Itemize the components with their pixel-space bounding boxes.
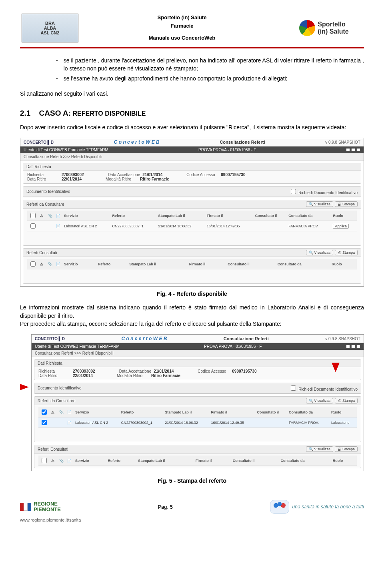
- header-title-2: Farmacie: [149, 22, 216, 30]
- dataret-label: Data Ritiro: [27, 177, 59, 181]
- richiedi-doc-checkbox[interactable]: [291, 189, 296, 194]
- concerto-logo-icon: CONCERTO ▍D: [24, 140, 54, 144]
- paragraph-2a: Le informazioni mostrate dal sistema ind…: [20, 303, 364, 320]
- visualizza-button[interactable]: 🔍 Visualizza: [306, 201, 333, 207]
- row-checkbox-2[interactable]: [42, 420, 47, 425]
- paragraph-2b: Per procedere alla stampa, occorre selez…: [20, 320, 364, 328]
- codacc-value: 09007195730: [221, 173, 245, 177]
- panel-cons-head: Referti da Consultare: [26, 202, 64, 207]
- col-consultato-da: Consultato da: [287, 211, 331, 221]
- modret-value: Ritiro Farmacie: [140, 177, 169, 181]
- logo-text-2: (in) Salute: [318, 28, 348, 35]
- figure-4-caption: Fig. 4 - Referto disponibile: [20, 291, 364, 297]
- panel-dati-head: Dati Richiesta: [26, 165, 51, 169]
- richiesta-label: Richiesta: [27, 173, 59, 177]
- header-rule: [20, 47, 364, 48]
- app-version: v 0.9.8 SNAPSHOT: [325, 140, 360, 144]
- panel-referti-consultati: Referti Consultati 🔍 Visualizza 🖨 Stampa…: [23, 248, 361, 284]
- table-row[interactable]: 📄 Laboratori ASL CN 2 CN22700393002_1 21…: [27, 221, 357, 231]
- bullet-1: se il paziente , durante l'accettazione …: [64, 56, 364, 73]
- bullet-dash: -: [56, 56, 58, 73]
- user-info: Utente di Test CONWEB Farmacie TERMFARM: [24, 148, 108, 152]
- richiesta-value: 2700393002: [62, 173, 84, 177]
- people-icon: [270, 500, 289, 514]
- visualizza-button-2[interactable]: 🔍 Visualizza: [306, 250, 333, 255]
- toolbar-icons[interactable]: ⯀ ⯀ ⯀: [346, 344, 360, 349]
- bullet-dash: -: [56, 74, 58, 82]
- red-arrow-right-icon: [20, 384, 29, 390]
- applica-button[interactable]: Applica: [333, 224, 349, 229]
- logo-text-1: Sportello: [318, 21, 348, 28]
- bullet-list: - se il paziente , durante l'accettazion…: [56, 56, 364, 82]
- intro-line: Si analizzano nel seguito i vari casi.: [20, 90, 364, 98]
- modret-label: Modalità Ritiro: [106, 177, 138, 181]
- page-number: Pag. 5: [158, 504, 173, 510]
- sanita-logo: una sanità in salute fa bene a tutti: [270, 500, 364, 514]
- row-checkbox[interactable]: [30, 223, 36, 229]
- consultati-table: ⚠ 📎 📄 Servizio Referto Stampato Lab il F…: [27, 259, 357, 269]
- asl-label-mid: ALBA: [44, 26, 56, 30]
- stampa-button-4[interactable]: 🖨 Stampa: [335, 446, 358, 452]
- stampa-button[interactable]: 🖨 Stampa: [335, 201, 358, 207]
- row-stampato: 21/01/2014 18:06:32: [157, 221, 205, 231]
- col-consultato: Consultato il: [254, 211, 287, 221]
- section-heading: 2.1 CASO A: REFERTO DISPONIBILE: [20, 109, 364, 118]
- header-center: Sportello (in) Salute Farmacie Manuale u…: [149, 14, 216, 42]
- codacc-label: Codice Accesso: [186, 173, 218, 177]
- app-title: Consultazione Referti: [220, 140, 265, 144]
- section-number: 2.1: [20, 109, 30, 117]
- asl-label-bottom: ASL CN2: [41, 30, 60, 35]
- visualizza-button-4[interactable]: 🔍 Visualizza: [306, 446, 333, 452]
- row-consultato-da: FARMACIA PROV.: [287, 221, 331, 231]
- breadcrumb: Consultazione Referti >>> Referti Dispon…: [20, 153, 364, 161]
- sportello-logo: Sportello (in) Salute: [284, 14, 364, 42]
- section-intro: Dopo aver inserito codice fiscale e codi…: [20, 123, 364, 131]
- header-title-1: Sportello (in) Salute: [149, 14, 216, 22]
- richiedi-doc-label: Richiedi Documento Identificativo: [298, 191, 358, 195]
- row-firmato: 16/01/2014 12:49:35: [205, 221, 254, 231]
- toolbar-icons[interactable]: ⯀ ⯀ ⯀: [346, 148, 360, 152]
- bullet-2: se l'esame ha avuto degli approfondiment…: [64, 74, 288, 82]
- patient-info: PROVA PROVA - 01/03/1956 - F: [198, 148, 256, 152]
- row-referto: CN22700393002_1: [111, 221, 157, 231]
- asl-logo: BRA ALBA ASL CN2: [20, 12, 80, 44]
- app-topbar: CONCERTO ▍D C o n c e r t o W E B Consul…: [20, 138, 364, 146]
- table-row-selected[interactable]: 📄 Laboratori ASL CN 2 CN22700393002_1 21…: [38, 417, 357, 428]
- app-brand: C o n c e r t o W E B: [114, 139, 160, 145]
- section-title-strong: CASO A:: [39, 109, 71, 117]
- col-firmato: Firmato il: [205, 211, 254, 221]
- header-title-3: Manuale uso ConcertoWeb: [149, 34, 216, 42]
- panel-referti-consultare: Referti da Consultare 🔍 Visualizza 🖨 Sta…: [23, 200, 361, 246]
- stampa-button-3[interactable]: 🖨 Stampa: [335, 398, 358, 403]
- referti-table: ⚠ 📎 📄 Servizio Referto Stampato Lab il F…: [27, 211, 357, 231]
- col-referto: Referto: [111, 211, 157, 221]
- figure-5-caption: Fig. 5 - Stampa del referto: [20, 478, 364, 484]
- flag-icon: [20, 503, 31, 511]
- visualizza-button-3[interactable]: 🔍 Visualizza: [306, 398, 333, 403]
- asl-label-top: BRA: [45, 21, 55, 26]
- richiedi-doc-checkbox-2[interactable]: [291, 385, 296, 391]
- dataret-value: 22/01/2014: [62, 177, 82, 181]
- document-page: BRA ALBA ASL CN2 Sportello (in) Salute F…: [0, 0, 384, 538]
- regione-piemonte-logo: REGIONE PIEMONTE: [20, 501, 61, 513]
- panel-documento: Documento Identificativo Richiedi Docume…: [23, 186, 361, 197]
- select-all-2[interactable]: [30, 261, 36, 267]
- panel-dati-richiesta: Dati Richiesta Richiesta2700393002 Data …: [23, 163, 361, 184]
- footer-url: www.regione.piemonte.it/sanita: [20, 518, 364, 522]
- col-stampato: Stampato Lab il: [157, 211, 205, 221]
- page-footer: REGIONE PIEMONTE Pag. 5 una sanità in sa…: [20, 500, 364, 514]
- section-title-rest: REFERTO DISPONIBILE: [71, 110, 146, 117]
- panel-doc-head: Documento Identificativo: [26, 189, 70, 194]
- col-ruolo: Ruolo: [331, 211, 357, 221]
- red-arrow-down-icon: [332, 363, 340, 372]
- dataacc-label: Data Accettazione: [108, 173, 140, 177]
- hands-icon: [299, 20, 315, 36]
- select-all-checkbox[interactable]: [30, 213, 36, 218]
- screenshot-1: CONCERTO ▍D C o n c e r t o W E B Consul…: [20, 138, 364, 287]
- select-all-3[interactable]: [42, 409, 47, 415]
- screenshot-2: CONCERTO ▍D C o n c e r t o W E B Consul…: [31, 334, 364, 471]
- panel-consultati-head: Referti Consultati: [26, 251, 57, 255]
- sanita-tagline: una sanità in salute fa bene a tutti: [292, 504, 364, 510]
- stampa-button-2[interactable]: 🖨 Stampa: [335, 250, 358, 255]
- user-bar: Utente di Test CONWEB Farmacie TERMFARM …: [20, 146, 364, 153]
